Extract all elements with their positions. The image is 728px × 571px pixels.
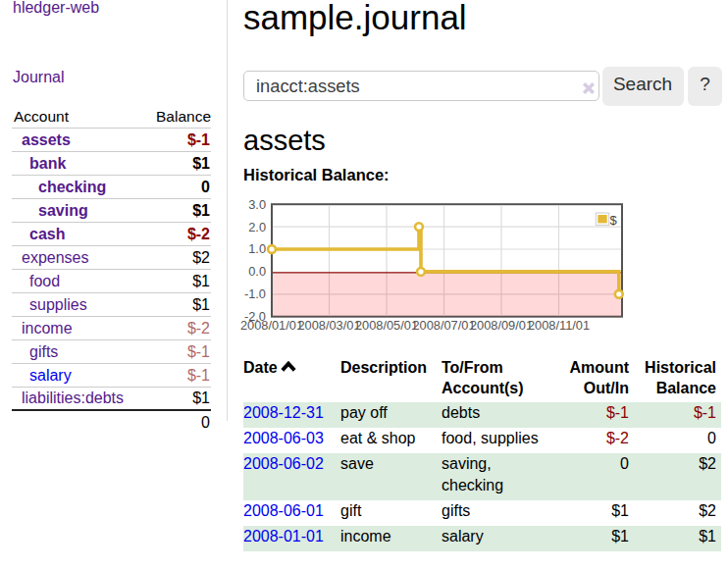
svg-text:1.0: 1.0 bbox=[248, 241, 266, 256]
svg-text:3.0: 3.0 bbox=[248, 197, 266, 212]
svg-text:2008/03/01: 2008/03/01 bbox=[297, 318, 360, 333]
svg-text:-1.0: -1.0 bbox=[244, 286, 266, 301]
svg-text:2008/09/01: 2008/09/01 bbox=[470, 318, 533, 333]
svg-text:2008/05/01: 2008/05/01 bbox=[355, 318, 418, 333]
svg-text:$: $ bbox=[610, 213, 618, 228]
svg-text:2008/07/01: 2008/07/01 bbox=[412, 318, 475, 333]
svg-text:2008/01/01: 2008/01/01 bbox=[240, 318, 303, 333]
svg-text:2.0: 2.0 bbox=[248, 220, 266, 234]
svg-text:0.0: 0.0 bbox=[248, 264, 266, 279]
svg-text:2008/11/01: 2008/11/01 bbox=[528, 318, 590, 333]
